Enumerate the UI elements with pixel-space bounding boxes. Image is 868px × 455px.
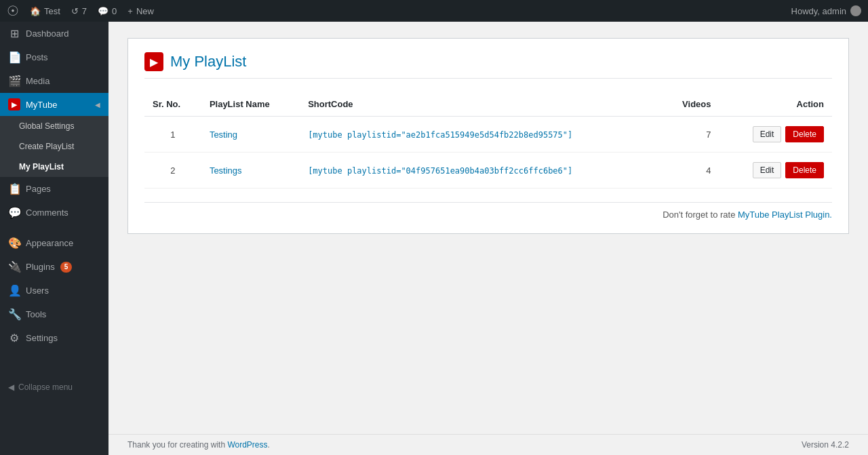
rate-line: Don't forget to rate MyTube PlayList Plu… [144, 202, 832, 220]
sidebar-item-label: Settings [26, 333, 58, 343]
sidebar-item-label: Dashboard [26, 28, 69, 39]
col-shortcode: ShortCode [300, 92, 661, 117]
site-name-link[interactable]: 🏠 Test [30, 6, 60, 16]
col-sr-no: Sr. No. [144, 92, 201, 117]
sidebar-item-label: Plugins [26, 262, 55, 272]
sidebar-item-label: MyTube [26, 100, 57, 110]
sidebar-item-label: Comments [26, 207, 68, 218]
sidebar-item-dashboard[interactable]: ⊞ Dashboard [0, 22, 108, 45]
new-content-link[interactable]: + New [127, 6, 154, 16]
howdy-text: Howdy, admin [791, 6, 846, 16]
collapse-arrow-icon: ◀ [8, 382, 14, 392]
cell-shortcode: [mytube playlistid="ae2b1fca515949e5d54f… [300, 117, 661, 153]
sidebar-item-comments[interactable]: 💬 Comments [0, 201, 108, 224]
settings-icon: ⚙ [8, 332, 20, 344]
updates-link[interactable]: ↺ 7 [71, 6, 87, 16]
title-divider [144, 78, 832, 79]
sidebar-item-tools[interactable]: 🔧 Tools [0, 302, 108, 326]
plus-icon: + [127, 6, 133, 16]
footer-left: Thank you for creating with WordPress. [127, 440, 270, 450]
shortcode-value: [mytube playlistid="04f957651ea90b4a03bf… [308, 166, 572, 176]
sidebar-item-label: Tools [26, 309, 46, 319]
global-settings-label: Global Settings [19, 121, 74, 131]
main-content: ▶ My PlayList Sr. No. PlayList Name Shor… [108, 22, 868, 434]
edit-button[interactable]: Edit [753, 162, 782, 178]
user-avatar [850, 5, 861, 16]
tools-icon: 🔧 [8, 308, 20, 321]
sidebar-item-media[interactable]: 🎬 Media [0, 69, 108, 93]
delete-button[interactable]: Delete [785, 126, 824, 142]
cell-videos: 4 [661, 153, 719, 189]
cell-videos: 7 [661, 117, 719, 153]
mytube-icon: ▶ [8, 98, 20, 111]
wp-logo-link[interactable]: ☉ [7, 3, 19, 19]
wordpress-link[interactable]: WordPress [227, 440, 267, 450]
cell-sr: 2 [144, 153, 201, 189]
dashboard-icon: ⊞ [8, 27, 20, 40]
sidebar: ⊞ Dashboard 📄 Posts 🎬 Media ▶ MyTube ◀ G… [0, 22, 108, 455]
col-playlist-name: PlayList Name [201, 92, 300, 117]
new-label: New [136, 6, 154, 16]
sidebar-item-label: Pages [26, 184, 51, 194]
sidebar-item-users[interactable]: 👤 Users [0, 279, 108, 302]
delete-button[interactable]: Delete [785, 162, 824, 178]
table-row: 1 Testing [mytube playlistid="ae2b1fca51… [144, 117, 832, 153]
home-icon: 🏠 [30, 6, 41, 16]
rate-plugin-link[interactable]: MyTube PlayList Plugin. [738, 210, 832, 220]
sidebar-item-label: Media [26, 76, 50, 86]
my-playlist-label: My PlayList [19, 162, 64, 172]
cell-action: Edit Delete [719, 153, 832, 189]
playlist-name-link[interactable]: Testing [210, 130, 237, 140]
cell-name: Testings [201, 153, 300, 189]
wp-logo-icon: ☉ [7, 3, 19, 19]
youtube-icon: ▶ [144, 52, 163, 71]
submenu-item-my-playlist[interactable]: My PlayList [0, 157, 108, 177]
users-icon: 👤 [8, 284, 20, 297]
mytube-submenu: Global Settings Create PlayList My PlayL… [0, 116, 108, 177]
col-videos: Videos [661, 92, 719, 117]
sidebar-item-label: Posts [26, 52, 48, 62]
sidebar-item-label: Appearance [26, 238, 73, 248]
col-action: Action [719, 92, 832, 117]
user-info: Howdy, admin [791, 5, 861, 16]
pages-icon: 📋 [8, 182, 20, 195]
create-playlist-label: Create PlayList [19, 142, 74, 151]
sidebar-item-pages[interactable]: 📋 Pages [0, 177, 108, 201]
cell-shortcode: [mytube playlistid="04f957651ea90b4a03bf… [300, 153, 661, 189]
plugins-badge: 5 [60, 262, 73, 273]
sidebar-item-appearance[interactable]: 🎨 Appearance [0, 231, 108, 255]
footer: Thank you for creating with WordPress. V… [108, 434, 868, 455]
comments-link[interactable]: 💬 0 [98, 6, 117, 16]
sidebar-item-mytube[interactable]: ▶ MyTube ◀ [0, 93, 108, 116]
submenu-item-create-playlist[interactable]: Create PlayList [0, 136, 108, 157]
cell-name: Testing [201, 117, 300, 153]
playlist-name-link[interactable]: Testings [210, 165, 242, 176]
content-area: ▶ My PlayList Sr. No. PlayList Name Shor… [108, 22, 868, 455]
updates-icon: ↺ [71, 6, 79, 16]
edit-button[interactable]: Edit [753, 126, 782, 142]
admin-bar: ☉ 🏠 Test ↺ 7 💬 0 + New Howdy, admin [0, 0, 868, 22]
collapse-menu-button[interactable]: ◀ Collapse menu [0, 377, 108, 397]
plugins-icon: 🔌 [8, 260, 20, 273]
chevron-left-icon: ◀ [95, 101, 100, 108]
footer-version: Version 4.2.2 [802, 440, 849, 450]
appearance-icon: 🎨 [8, 237, 20, 250]
sidebar-item-label: Users [26, 285, 49, 296]
submenu-item-global-settings[interactable]: Global Settings [0, 116, 108, 136]
media-icon: 🎬 [8, 75, 20, 87]
sidebar-item-plugins[interactable]: 🔌 Plugins 5 [0, 255, 108, 279]
sidebar-item-posts[interactable]: 📄 Posts [0, 45, 108, 69]
shortcode-value: [mytube playlistid="ae2b1fca515949e5d54f… [308, 130, 572, 140]
thank-you-text: Thank you for creating with [127, 440, 227, 450]
page-box: ▶ My PlayList Sr. No. PlayList Name Shor… [127, 38, 849, 234]
posts-icon: 📄 [8, 51, 20, 64]
playlist-table: Sr. No. PlayList Name ShortCode Videos A… [144, 92, 832, 189]
sidebar-item-settings[interactable]: ⚙ Settings [0, 326, 108, 350]
comments-count: 0 [112, 6, 117, 16]
cell-sr: 1 [144, 117, 201, 153]
site-name: Test [44, 6, 60, 16]
comments-sidebar-icon: 💬 [8, 206, 20, 219]
page-title-row: ▶ My PlayList [144, 52, 832, 71]
comments-icon: 💬 [98, 6, 108, 16]
updates-count: 7 [82, 6, 87, 16]
